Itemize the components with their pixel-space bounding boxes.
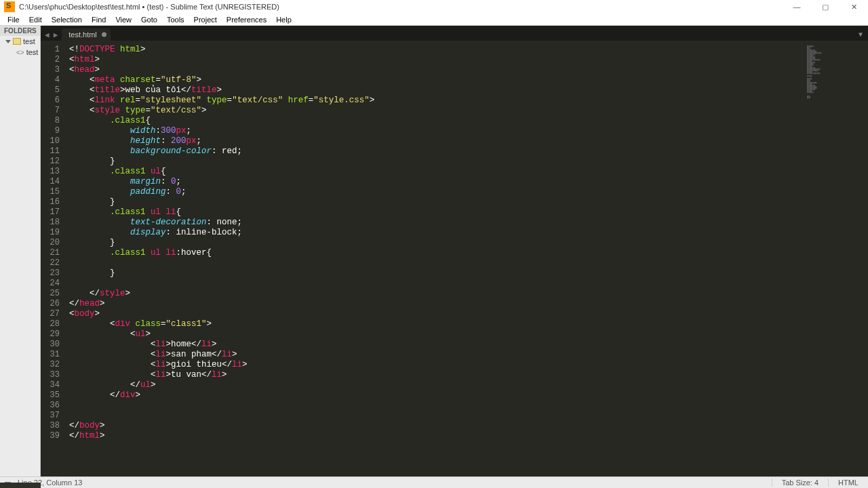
menu-find[interactable]: Find (87, 16, 111, 24)
menu-preferences[interactable]: Preferences (222, 16, 271, 24)
tab-dropdown-icon[interactable]: ▼ (859, 31, 868, 41)
sidebar-file[interactable]: <> test (0, 47, 40, 58)
tab-dirty-icon (102, 33, 106, 37)
file-type-icon: <> (16, 49, 24, 56)
code-content[interactable]: <!DOCTYPE html> <html> <head> <meta char… (65, 41, 787, 476)
folder-name: test (23, 37, 35, 45)
code-editor[interactable]: 1234567891011121314151617181920212223242… (41, 41, 868, 476)
menu-selection[interactable]: Selection (47, 16, 87, 24)
app-icon (4, 1, 15, 12)
tab-bar: ◀ ▶ test.html ▼ (41, 26, 868, 41)
close-button[interactable]: ✕ (840, 0, 868, 14)
sidebar-folder[interactable]: test (0, 36, 40, 47)
tab-label: test.html (68, 30, 97, 39)
status-bar: ▭ Line 22, Column 13 Tab Size: 4 HTML (0, 476, 868, 488)
status-tab-size[interactable]: Tab Size: 4 (772, 479, 828, 487)
line-number-gutter: 1234567891011121314151617181920212223242… (41, 41, 65, 476)
minimize-button[interactable]: — (783, 0, 811, 14)
maximize-button[interactable]: ▢ (811, 0, 840, 14)
menu-goto[interactable]: Goto (136, 16, 162, 24)
menu-project[interactable]: Project (189, 16, 222, 24)
window-titlebar: C:\Users\phuc\Desktop\test\test.html • (… (0, 0, 868, 14)
minimap-content: ████████████████████████████████████████… (807, 45, 865, 100)
sidebar-header: FOLDERS (0, 26, 40, 36)
menu-view[interactable]: View (111, 16, 136, 24)
editor-tab[interactable]: test.html (62, 28, 111, 41)
nav-forward-icon[interactable]: ▶ (52, 30, 60, 39)
menu-edit[interactable]: Edit (24, 16, 47, 24)
status-syntax[interactable]: HTML (828, 479, 868, 487)
menu-tools[interactable]: Tools (162, 16, 189, 24)
menu-help[interactable]: Help (271, 16, 296, 24)
menu-bar: File Edit Selection Find View Goto Tools… (0, 14, 868, 26)
file-name: test (26, 48, 39, 56)
sidebar: FOLDERS test <> test (0, 26, 41, 476)
nav-back-icon[interactable]: ◀ (43, 30, 51, 39)
folder-icon (13, 38, 21, 45)
minimap[interactable]: ████████████████████████████████████████… (787, 41, 868, 476)
menu-file[interactable]: File (3, 16, 24, 24)
window-title: C:\Users\phuc\Desktop\test\test.html • (… (19, 3, 783, 11)
folder-expand-icon[interactable] (5, 40, 11, 43)
